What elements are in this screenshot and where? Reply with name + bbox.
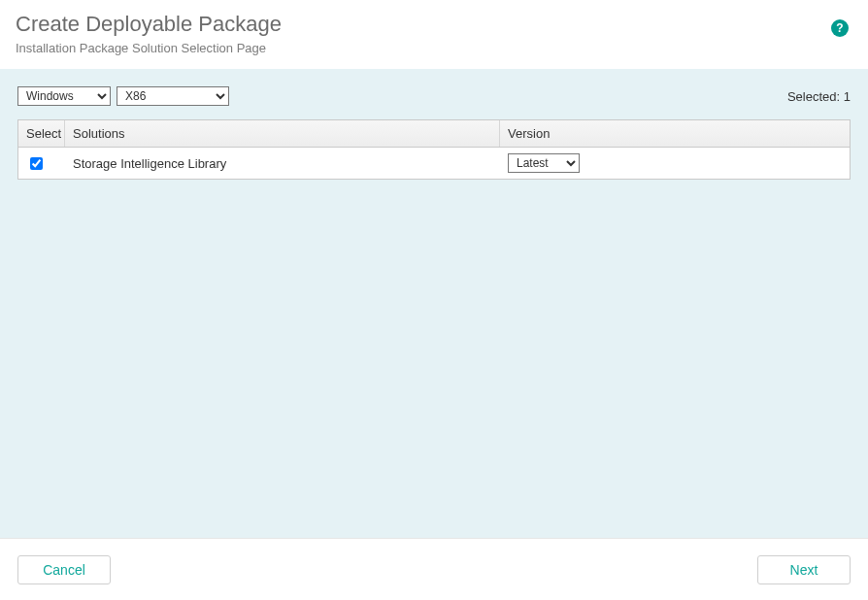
row-version-cell: Latest xyxy=(500,148,850,179)
help-icon[interactable]: ? xyxy=(831,19,849,37)
page-subtitle: Installation Package Solution Selection … xyxy=(16,41,852,55)
selected-count-prefix: Selected: xyxy=(787,89,844,104)
row-solution-name: Storage Intelligence Library xyxy=(65,148,500,179)
row-select-cell xyxy=(18,148,65,179)
table-header-row: Select Solutions Version xyxy=(18,120,850,148)
page-title: Create Deployable Package xyxy=(16,12,852,37)
row-version-select[interactable]: Latest xyxy=(508,153,580,173)
os-select[interactable]: Windows xyxy=(17,86,111,106)
selected-count-value: 1 xyxy=(844,89,851,104)
next-button[interactable]: Next xyxy=(757,555,851,584)
solutions-table: Select Solutions Version Storage Intelli… xyxy=(17,119,851,180)
selected-count-label: Selected: 1 xyxy=(787,89,851,104)
content-area: Windows X86 Selected: 1 Select Solutions… xyxy=(0,69,868,538)
wizard-footer: Cancel Next xyxy=(0,538,868,600)
filter-row: Windows X86 Selected: 1 xyxy=(17,86,851,106)
architecture-select[interactable]: X86 xyxy=(117,86,229,106)
column-header-solutions: Solutions xyxy=(65,120,500,147)
page-header: Create Deployable Package Installation P… xyxy=(0,0,868,69)
column-header-select: Select xyxy=(18,120,65,147)
row-select-checkbox[interactable] xyxy=(30,157,43,170)
cancel-button[interactable]: Cancel xyxy=(17,555,111,584)
column-header-version: Version xyxy=(500,120,850,147)
table-row: Storage Intelligence LibraryLatest xyxy=(18,148,850,179)
